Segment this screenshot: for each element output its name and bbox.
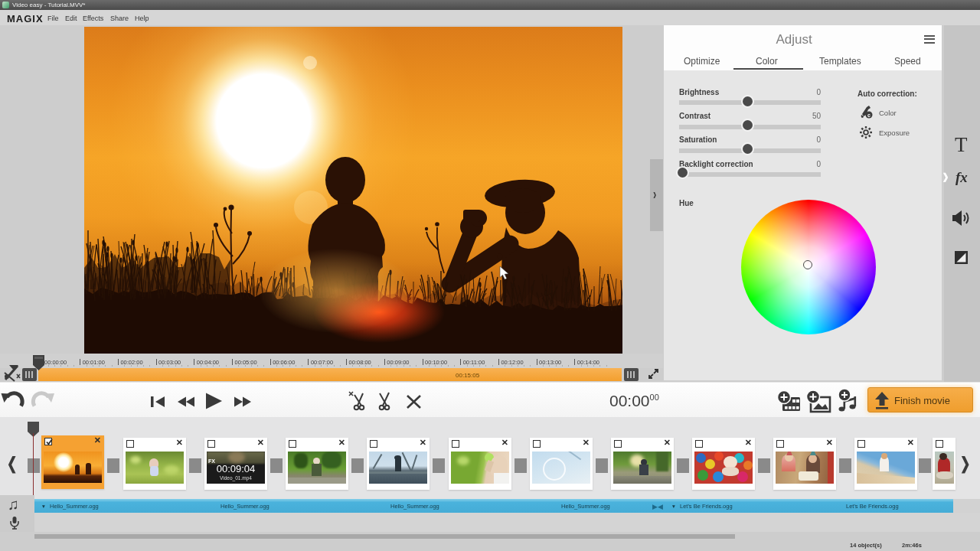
- svg-text:c: c: [867, 112, 871, 118]
